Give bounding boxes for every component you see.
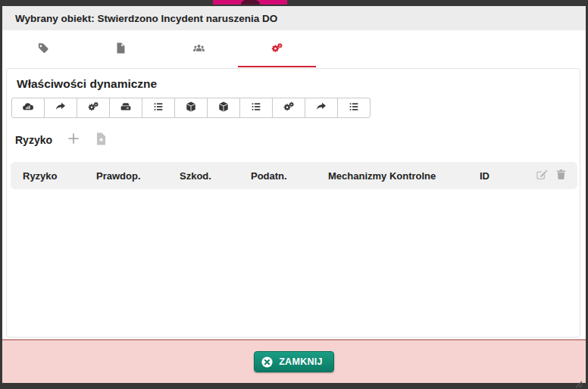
dialog-footer: ZAMKNIJ [2,339,586,383]
hdd-icon [120,101,132,116]
cube-icon [217,101,230,116]
plus-icon [66,131,81,149]
x-circle-icon [261,356,274,369]
dialog-titlebar: Wybrany obiekt: Stwierdzono Incydent nar… [2,6,586,30]
selected-object-dialog: Wybrany obiekt: Stwierdzono Incydent nar… [2,6,586,383]
list-icon [250,101,262,116]
list-button[interactable] [142,98,175,118]
add-risk-document-button[interactable] [94,132,108,149]
properties-toolbar [11,98,580,118]
share-button[interactable] [44,98,77,118]
share-icon [315,101,327,116]
risk-label: Ryzyko [15,134,52,146]
file-icon [114,42,127,58]
list-button[interactable] [239,98,273,118]
add-risk-button[interactable] [66,131,81,149]
resize-handle[interactable] [574,378,583,387]
gears-button[interactable] [77,98,110,118]
dialog-title: Wybrany obiekt: Stwierdzono Incydent nar… [15,13,277,24]
gears-button[interactable] [272,98,305,118]
close-button-label: ZAMKNIJ [279,356,323,367]
tab-bar [2,30,586,68]
delete-button[interactable] [555,168,568,183]
cube-button[interactable] [174,98,208,118]
column-header-szkod: Szkod. [180,170,251,182]
edit-button[interactable] [535,168,548,183]
background-page-header-strip [213,0,287,5]
gears-icon [87,101,99,116]
column-header-prawdop: Prawdop. [96,170,180,182]
tab-dynamic-properties[interactable] [238,30,316,68]
list-button[interactable] [337,98,371,118]
cloud-icon [22,101,34,116]
page-background: { "window": { "title": "Wybrany obiekt: … [0,0,588,389]
close-button[interactable]: ZAMKNIJ [254,351,334,372]
tab-users[interactable] [160,30,238,68]
users-icon [192,42,205,58]
risk-table-header: Ryzyko Prawdop. Szkod. Podatn. Mechanizm… [11,162,577,189]
edit-icon [535,168,548,183]
share-button[interactable] [305,98,338,118]
column-header-id: ID [480,170,528,182]
tab-tags[interactable] [4,30,82,68]
panel-title: Właściwości dynamiczne [7,69,580,91]
background-page-logo [241,0,260,5]
cloud-button[interactable] [11,98,45,118]
dynamic-properties-panel: Właściwości dynamiczne Ryzyko Ryzyko Pra… [6,68,580,338]
share-icon [55,101,67,116]
file-plus-icon [94,132,108,149]
trash-icon [555,168,568,183]
hdd-button[interactable] [109,98,142,118]
gears-icon [283,101,295,116]
cube-icon [185,101,197,116]
risk-section: Ryzyko [15,131,580,149]
list-icon [152,101,164,116]
tab-document[interactable] [82,30,160,68]
gears-icon [271,42,283,58]
column-header-ryzyko: Ryzyko [23,170,96,182]
cube-button[interactable] [207,98,240,118]
list-icon [348,101,360,116]
column-header-podatn: Podatn. [251,170,328,182]
column-header-mechanizmy: Mechanizmy Kontrolne [328,170,480,182]
tag-icon [36,42,49,58]
